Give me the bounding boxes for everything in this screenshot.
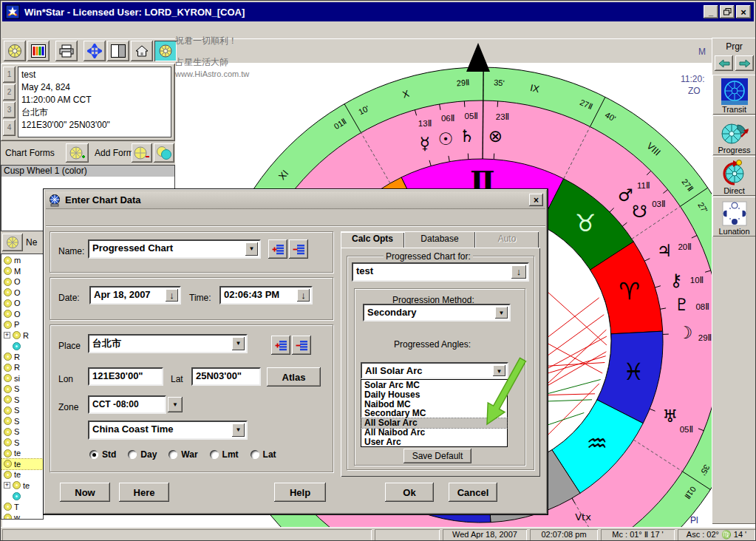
progressed-chart-for-combobox[interactable]: test ↓ xyxy=(352,262,529,282)
tab-calc-opts[interactable]: Calc Opts xyxy=(341,231,404,248)
date-dropdown-arrow[interactable]: ↓ xyxy=(166,289,178,302)
progression-method-combobox[interactable]: Secondary ▼ xyxy=(363,304,511,321)
place-add-button[interactable] xyxy=(271,336,290,355)
dialog-close-button[interactable]: × xyxy=(529,194,543,206)
tree-item[interactable]: + T xyxy=(1,502,43,513)
tree-item[interactable]: + S xyxy=(1,405,43,416)
time-standard-radio[interactable]: Lat xyxy=(251,449,276,460)
zone-name-value: China Coast Time xyxy=(92,423,174,435)
progressed-chart-for-arrow[interactable]: ↓ xyxy=(511,265,526,279)
tree-header-label: Ne xyxy=(26,237,37,248)
svg-text:⚷: ⚷ xyxy=(670,270,682,290)
tools-sidebar: Prgr Transit Progress Direct Lunation xyxy=(712,38,756,524)
time-combobox[interactable]: 02:06:43 PM ↓ xyxy=(219,286,313,304)
lunation-tool[interactable]: Lunation xyxy=(712,197,756,237)
svg-text:♓: ♓ xyxy=(623,358,644,386)
zone-name-combobox[interactable]: China Coast Time ▼ xyxy=(88,421,248,440)
time-standard-radio[interactable]: Std xyxy=(89,449,116,460)
tree-item-label: O xyxy=(14,299,21,307)
tree-item[interactable]: + m xyxy=(1,255,43,266)
date-combobox[interactable]: Apr 18, 2007 ↓ xyxy=(89,286,181,304)
name-combobox[interactable]: Progressed Chart ▼ xyxy=(88,239,261,259)
lat-field[interactable]: 25N03'00" xyxy=(191,367,261,386)
tree-item[interactable]: + w xyxy=(1,512,43,520)
chart-slot-4-button[interactable]: 4 xyxy=(3,120,16,136)
dropdown-option[interactable]: User Arc xyxy=(361,438,507,447)
name-add-button[interactable] xyxy=(268,239,287,259)
transit-tool[interactable]: Transit xyxy=(712,75,756,115)
time-dropdown-arrow[interactable]: ↓ xyxy=(297,289,310,302)
tree-expand-icon[interactable]: + xyxy=(4,482,10,489)
form-options-button[interactable] xyxy=(154,143,174,163)
remove-form-button[interactable] xyxy=(132,143,152,163)
place-remove-button[interactable] xyxy=(292,336,311,355)
tree-item[interactable]: + R xyxy=(1,330,43,341)
zone-dropdown-arrow[interactable]: ▼ xyxy=(168,397,183,412)
tree-item[interactable]: + te xyxy=(1,480,43,491)
prev-arrow-button[interactable] xyxy=(715,55,733,71)
tree-item[interactable]: + O xyxy=(1,287,43,299)
tab-database[interactable]: Database xyxy=(404,231,475,248)
tree-item[interactable]: + te xyxy=(1,448,43,459)
svg-text:♄: ♄ xyxy=(459,126,474,146)
tree-item[interactable]: + R xyxy=(1,362,43,373)
status-bar: Wed Apr 18, 2007 02:07:08 pm Mc : 01° Ⅱ … xyxy=(1,527,756,541)
chart-slot-3-button[interactable]: 3 xyxy=(3,102,16,118)
tree-item[interactable]: + S xyxy=(1,384,43,395)
zone-combobox[interactable]: CCT -08:00 xyxy=(88,395,166,414)
zone-name-dropdown-arrow[interactable]: ▼ xyxy=(232,423,245,437)
direct-tool[interactable]: Direct xyxy=(712,156,756,196)
time-standard-radio[interactable]: Lmt xyxy=(210,449,239,460)
tree-item[interactable]: + xyxy=(1,491,43,502)
tree-item[interactable]: + S xyxy=(1,438,43,449)
ok-button[interactable]: Ok xyxy=(385,483,434,502)
add-form-plus-button[interactable] xyxy=(66,143,89,163)
tree-item[interactable]: + O xyxy=(1,309,43,320)
time-standard-radio[interactable]: War xyxy=(168,449,197,460)
wheel-minus-icon xyxy=(134,146,150,160)
tree-item[interactable]: + S xyxy=(1,426,43,438)
chart-slot-2-button[interactable]: 2 xyxy=(3,84,16,101)
svg-text:⊗: ⊗ xyxy=(488,126,503,146)
tree-item[interactable]: + S xyxy=(1,416,43,427)
tree-item[interactable]: + R xyxy=(1,352,43,363)
tree-item[interactable]: + te xyxy=(1,469,43,480)
atlas-button[interactable]: Atlas xyxy=(267,367,321,387)
list-item-cusp-wheel[interactable]: Cusp Wheel 1 (color) xyxy=(1,166,174,177)
svg-text:29Ⅱ: 29Ⅱ xyxy=(698,333,712,342)
tree-item[interactable]: + M xyxy=(1,266,43,277)
here-button[interactable]: Here xyxy=(119,483,169,502)
progression-method-arrow[interactable]: ▼ xyxy=(495,307,508,319)
tree-item[interactable]: + O xyxy=(1,298,43,309)
place-combobox[interactable]: 台北市 ▼ xyxy=(88,334,248,353)
name-remove-button[interactable] xyxy=(289,239,308,259)
next-arrow-button[interactable] xyxy=(735,55,754,71)
tree-item-label: T xyxy=(14,503,19,511)
tree-item-label: O xyxy=(14,277,21,286)
tree-item[interactable]: + P xyxy=(1,319,43,330)
chart-tree[interactable]: + m + M + O + O + O + O xyxy=(1,254,44,520)
lon-field[interactable]: 121E30'00" xyxy=(88,367,163,386)
place-dropdown-arrow[interactable]: ▼ xyxy=(232,337,245,350)
dialog-title-bar[interactable]: Enter Chart Data × xyxy=(46,191,545,209)
help-button[interactable]: Help xyxy=(274,483,326,502)
tree-item[interactable]: + te xyxy=(1,459,43,470)
tree-item[interactable]: + S xyxy=(1,395,43,406)
tree-expand-icon[interactable]: + xyxy=(4,332,10,338)
new-chart-button[interactable] xyxy=(2,234,23,251)
chart-wheel-icon xyxy=(4,288,12,296)
tree-item[interactable]: + xyxy=(1,341,43,352)
now-button[interactable]: Now xyxy=(60,483,110,502)
name-dropdown-arrow[interactable]: ▼ xyxy=(245,242,258,256)
tree-item[interactable]: + si xyxy=(1,373,43,384)
status-asc: Asc : 02° ♍ 14 ' xyxy=(678,529,755,541)
cancel-button[interactable]: Cancel xyxy=(449,483,497,502)
tree-item[interactable]: + O xyxy=(1,276,43,287)
time-standard-radio[interactable]: Day xyxy=(128,449,157,460)
chart-slot-1-button[interactable]: 1 xyxy=(3,67,16,83)
list-remove-icon xyxy=(293,244,305,255)
save-default-button[interactable]: Save Default xyxy=(403,449,471,463)
tab-auto[interactable]: Auto xyxy=(475,231,539,248)
progress-tool[interactable]: Progress xyxy=(712,115,756,155)
status-time: 02:07:08 pm xyxy=(530,529,598,541)
